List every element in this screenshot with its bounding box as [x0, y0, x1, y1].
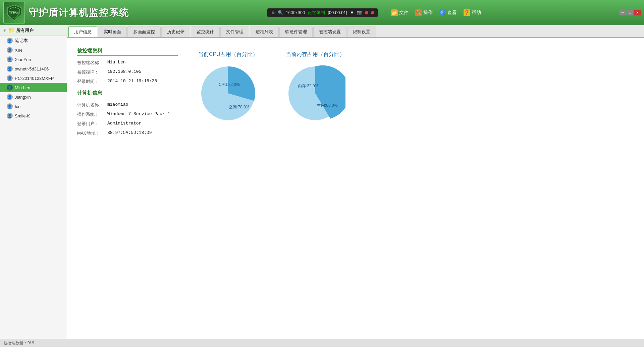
main-body: ▼ 📁 所有用户 👤 笔记本 👤 XIN 👤 XiaoYun 👤 ownetr-… [0, 25, 644, 339]
window-controls: ─ □ ✕ [619, 10, 641, 15]
menu-view-label: 查看 [447, 10, 457, 16]
sidebar-item-jiangxin[interactable]: 👤 Jiangxin [0, 92, 67, 102]
user-avatar-xin: 👤 [7, 47, 13, 53]
computer-name-value: miaomiao [107, 102, 128, 108]
user-name-jiangxin: Jiangxin [15, 95, 31, 100]
menu-operate-label: 操作 [423, 10, 433, 16]
endpoint-login-time-value: 2014-10-21 19:15:28 [107, 79, 157, 85]
tab-limitsettings[interactable]: 限制设置 [347, 27, 376, 37]
maximize-button[interactable]: □ [627, 10, 633, 15]
recording-status: 正在录制 [308, 10, 325, 16]
top-menu: 📁 文件 🔧 操作 🔍 查看 ❓ 帮助 [391, 9, 481, 16]
os-label: 操作系统： [77, 111, 107, 117]
sidebar-item-xin[interactable]: 👤 XIN [0, 45, 67, 55]
question-icon: ❓ [464, 9, 470, 16]
menu-view[interactable]: 🔍 查看 [439, 9, 457, 16]
endpoint-section-title: 被控端资料 [77, 48, 178, 56]
computer-section-title: 计算机信息 [77, 90, 178, 98]
svg-text:内存:32.0%: 内存:32.0% [298, 84, 319, 88]
title-bar: 守护盾 守护盾计算机监控系统 🖥 🔍 1600x900 正在录制 [00:00:… [0, 0, 644, 25]
mac-value: B8:97:5A:5D:18:D9 [107, 130, 152, 136]
tab-processlist[interactable]: 进程列表 [250, 27, 279, 37]
menu-help-label: 帮助 [472, 10, 481, 16]
main-content: 被控端资料 被控端名称： Miu Len 被控端IP： 192.168.0.10… [67, 38, 644, 339]
mac-label: MAC地址： [77, 130, 107, 136]
tab-history[interactable]: 历史记录 [161, 27, 190, 37]
minimize-button[interactable]: ─ [619, 10, 626, 15]
info-panel-left: 被控端资料 被控端名称： Miu Len 被控端IP： 192.168.0.10… [77, 48, 178, 140]
login-user-value: Administrator [107, 121, 141, 127]
computer-name-row: 计算机名称： miaomiao [77, 102, 178, 108]
os-row: 操作系统： Windows 7 Service Pack 1 [77, 111, 178, 117]
cpu-chart-title: 当前CPU占用（百分比） [198, 51, 258, 58]
tabs-bar: 用户信息 实时画面 多画面监控 历史记录 监控统计 文件管理 进程列表 软硬件管… [67, 25, 644, 38]
menu-operate[interactable]: 🔧 操作 [415, 9, 433, 16]
user-name-pc: PC-20140123MXFP [15, 76, 54, 81]
sidebar-item-ownetr[interactable]: 👤 ownetr-5d311406 [0, 64, 67, 73]
tab-realtime[interactable]: 实时画面 [98, 27, 127, 37]
content-area: 用户信息 实时画面 多画面监控 历史记录 监控统计 文件管理 进程列表 软硬件管… [67, 25, 644, 339]
collapse-icon: ▼ [3, 28, 7, 33]
tab-monitorstats[interactable]: 监控统计 [191, 27, 220, 37]
tab-softwaremanage[interactable]: 软硬件管理 [279, 27, 313, 37]
os-value: Windows 7 Service Pack 1 [107, 111, 170, 117]
dropdown-arrow[interactable]: ▼ [350, 10, 354, 15]
recording-area: 🖥 🔍 1600x900 正在录制 [00:00:01] ▼ 📷 [267, 8, 378, 17]
endpoint-login-time-row: 登录时间： 2014-10-21 19:15:28 [77, 79, 178, 85]
sidebar-item-ice[interactable]: 👤 Ice [0, 102, 67, 111]
svg-text:守护盾: 守护盾 [9, 11, 19, 14]
user-name-xin: XIN [15, 48, 22, 53]
sidebar-item-xiaoyun[interactable]: 👤 XiaoYun [0, 55, 67, 64]
sidebar-item-smilek[interactable]: 👤 Smile-K [0, 111, 67, 120]
status-bar: 被控端数量：9/ 9 [0, 339, 644, 347]
user-avatar-jiangxin: 👤 [7, 94, 13, 100]
logo-area: 守护盾 守护盾计算机监控系统 [3, 2, 129, 23]
sidebar-item-pc[interactable]: 👤 PC-20140123MXFP [0, 73, 67, 83]
endpoint-name-row: 被控端名称： Miu Len [77, 60, 178, 66]
menu-file-label: 文件 [399, 10, 409, 16]
sidebar-header[interactable]: ▼ 📁 所有用户 [0, 25, 67, 36]
login-user-row: 登录用户： Administrator [77, 121, 178, 127]
camera-icon: 🖥 [271, 10, 275, 15]
user-avatar-notebook: 👤 [7, 38, 13, 44]
svg-text:空闲:78.0%: 空闲:78.0% [229, 105, 250, 109]
mac-row: MAC地址： B8:97:5A:5D:18:D9 [77, 130, 178, 136]
all-users-label: 所有用户 [16, 28, 34, 34]
tab-filemanage[interactable]: 文件管理 [220, 27, 249, 37]
recording-time: [00:00:01] [328, 10, 347, 15]
tab-clientsettings[interactable]: 被控端设置 [313, 27, 346, 37]
tab-multiscreen[interactable]: 多画面监控 [127, 27, 161, 37]
resolution-text: 1600x900 [286, 10, 305, 15]
endpoint-login-time-label: 登录时间： [77, 79, 107, 85]
rec-indicator2 [371, 11, 374, 14]
endpoint-ip-value: 192.168.0.105 [107, 69, 141, 75]
svg-text:空闲:68.0%: 空闲:68.0% [317, 103, 338, 108]
menu-help[interactable]: ❓ 帮助 [464, 9, 481, 16]
app-title: 守护盾计算机监控系统 [29, 6, 129, 19]
folder-icon-yellow: 📁 [8, 27, 15, 34]
camera-btn[interactable]: 📷 [357, 10, 362, 15]
sidebar: ▼ 📁 所有用户 👤 笔记本 👤 XIN 👤 XiaoYun 👤 ownetr-… [0, 25, 67, 339]
endpoint-name-value: Miu Len [107, 60, 126, 66]
charts-area: 当前CPU占用（百分比） CPU:22.0% [198, 51, 634, 140]
rec-indicator [365, 11, 368, 14]
magnifier-icon: 🔍 [439, 9, 446, 16]
tab-userinfo[interactable]: 用户信息 [68, 27, 97, 37]
endpoint-name-label: 被控端名称： [77, 60, 107, 66]
memory-pie-chart: 内存:32.0% 空闲:68.0% [285, 63, 345, 123]
user-avatar-miulen: 👤 [7, 85, 13, 91]
user-avatar-ice: 👤 [7, 103, 13, 109]
user-name-notebook: 笔记本 [15, 38, 28, 44]
sidebar-item-miulen[interactable]: 👤 Miu Len [0, 83, 67, 92]
user-name-smilek: Smile-K [15, 113, 30, 118]
close-button[interactable]: ✕ [634, 10, 641, 15]
login-user-label: 登录用户： [77, 121, 107, 127]
user-avatar-xiaoyun: 👤 [7, 56, 13, 62]
sidebar-item-notebook[interactable]: 👤 笔记本 [0, 36, 67, 45]
user-name-xiaoyun: XiaoYun [15, 57, 31, 62]
menu-file[interactable]: 📁 文件 [391, 9, 409, 16]
svg-text:CPU:22.0%: CPU:22.0% [219, 82, 240, 87]
user-avatar-ownetr: 👤 [7, 66, 13, 72]
wrench-icon: 🔧 [415, 9, 422, 16]
user-name-miulen: Miu Len [15, 85, 30, 90]
